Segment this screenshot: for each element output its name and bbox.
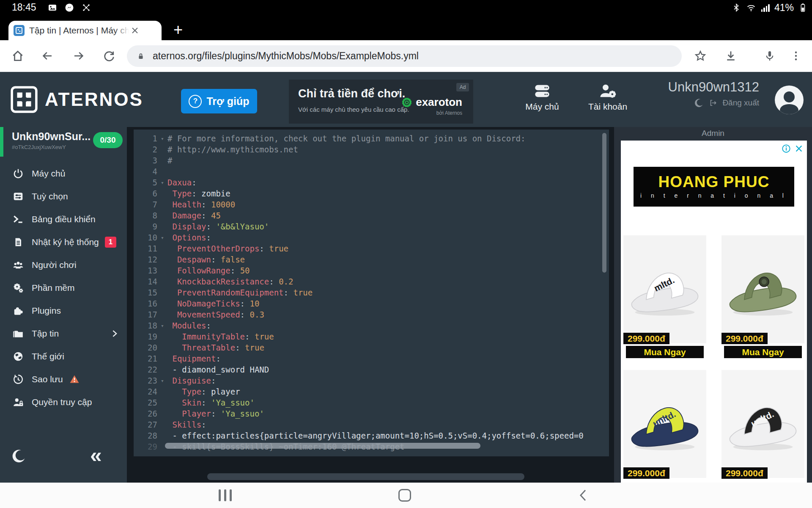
brand-wordmark[interactable]: ATERNOS — [45, 89, 143, 110]
browser-menu-icon[interactable] — [787, 47, 805, 65]
editor-vertical-scrollbar[interactable] — [602, 133, 606, 273]
fold-arrow-icon[interactable]: ▾ — [157, 179, 167, 186]
logout-label[interactable]: Đăng xuất — [722, 98, 759, 108]
sidebar-collapse-icon[interactable]: « — [90, 443, 102, 467]
code-line[interactable]: 27 Skills: — [134, 419, 609, 430]
screen: 18:45 41% Tập tin | Aternos | Máy ch + — [0, 0, 812, 508]
code-text: PreventOtherDrops: true — [167, 244, 288, 253]
fold-arrow-icon[interactable]: ▾ — [157, 135, 167, 142]
sidebar-item-tuy-chon[interactable]: Tuỳ chọn — [0, 185, 127, 208]
sidebar-item-phan-mem[interactable]: Phần mềm — [0, 276, 127, 299]
code-line[interactable]: 8 Damage: 45 — [134, 210, 609, 221]
theme-moon-icon[interactable] — [12, 449, 26, 463]
page-horizontal-scrollbar[interactable] — [207, 473, 524, 480]
sidebar-item-plugins[interactable]: Plugins — [0, 299, 127, 322]
download-icon[interactable] — [721, 47, 740, 65]
code-line[interactable]: 4 — [134, 166, 609, 177]
code-line[interactable]: 25 Skin: 'Ya_ssuo' — [134, 397, 609, 408]
back-icon[interactable] — [38, 47, 57, 65]
code-line[interactable]: 13 FollowRange: 50 — [134, 265, 609, 276]
android-back-icon[interactable] — [579, 489, 588, 502]
ad-iframe[interactable]: HOANG PHUC i n t e r n a t i o n a l mlt… — [621, 141, 807, 483]
buy-now-button[interactable]: Mua Ngay — [724, 346, 802, 358]
code-line[interactable]: 15 PreventRandomEquipment: true — [134, 287, 609, 298]
product-card[interactable]: 299.000đMua Ngay — [721, 235, 804, 358]
tab-title: Tập tin | Aternos | Máy ch — [29, 25, 129, 36]
new-tab-button[interactable]: + — [168, 20, 188, 39]
nav-account[interactable]: Tài khoản — [580, 81, 635, 112]
bookmark-star-icon[interactable] — [691, 47, 710, 65]
code-line[interactable]: 24 Type: player — [134, 386, 609, 397]
sidebar-item-sao-luu[interactable]: Sao lưu — [0, 368, 127, 391]
line-number: 13 — [134, 266, 157, 275]
code-line[interactable]: 20 ThreatTable: true — [134, 342, 609, 353]
code-line[interactable]: 23▾ Disguise: — [134, 375, 609, 386]
code-line[interactable]: 9 Display: '&b&lYasuo' — [134, 221, 609, 232]
code-line[interactable]: 21 Equipment: — [134, 353, 609, 364]
code-line[interactable]: 6 Type: zombie — [134, 188, 609, 199]
code-line[interactable]: 7 Health: 10000 — [134, 199, 609, 210]
home-icon[interactable] — [8, 47, 27, 65]
code-line[interactable]: 1▾# For more information, check out the … — [134, 133, 609, 144]
code-line[interactable]: 19 ImmunityTable: true — [134, 331, 609, 342]
android-home-icon[interactable] — [398, 489, 411, 502]
code-line[interactable]: 17 MovementSpeed: 0.3 — [134, 309, 609, 320]
code-line[interactable]: 22 - diamond_sword HAND — [134, 364, 609, 375]
reload-icon[interactable] — [100, 47, 118, 65]
code-line[interactable]: 16 NoDamageTicks: 10 — [134, 298, 609, 309]
sidebar-item-label: Thế giới — [32, 351, 64, 362]
code-line[interactable]: 3# — [134, 155, 609, 166]
sidebar-item-nguoi-choi[interactable]: Người chơi — [0, 254, 127, 276]
sidebar-item-nhat-ky-he-thong[interactable]: Nhật ký hệ thống1 — [0, 231, 127, 254]
nav-servers[interactable]: Máy chủ — [515, 81, 570, 112]
aternos-logo[interactable] — [10, 86, 38, 113]
voice-search-mic-icon[interactable] — [760, 47, 779, 65]
url-bar[interactable]: aternos.org/files/plugins/MythicMobs/Mob… — [127, 45, 682, 67]
sidebar-item-quyen-truy-cap[interactable]: Quyền truy cập — [0, 391, 127, 414]
hoang-phuc-banner[interactable]: HOANG PHUC i n t e r n a t i o n a l — [634, 167, 794, 207]
code-line[interactable]: 11 PreventOtherDrops: true — [134, 243, 609, 254]
code-line[interactable]: 18▾ Modules: — [134, 320, 609, 331]
code-line[interactable]: 14 KnockbackResistance: 0.2 — [134, 276, 609, 287]
browser-tab[interactable]: Tập tin | Aternos | Máy ch — [8, 21, 162, 40]
yaml-editor[interactable]: 1▾# For more information, check out the … — [134, 130, 609, 456]
code-line[interactable]: 28 - effect:particles{particle=angryVill… — [134, 430, 609, 441]
wifi-icon — [746, 3, 757, 13]
product-card[interactable]: unltd.299.000đ — [721, 370, 804, 478]
code-line[interactable]: 10▾ Options: — [134, 232, 609, 243]
line-number: 12 — [134, 255, 157, 264]
code-text: Skin: 'Ya_ssuo' — [167, 398, 255, 407]
ad-info-icon[interactable] — [782, 144, 791, 153]
product-card[interactable]: unltd.299.000đ — [623, 370, 706, 478]
code-line[interactable]: 5▾Daxua: — [134, 177, 609, 188]
recent-apps-icon[interactable] — [219, 489, 232, 501]
code-line[interactable]: 2# http://www.mythicmobs.net — [134, 144, 609, 155]
sidebar-item-the-gioi[interactable]: Thế giới — [0, 345, 127, 368]
players-count-badge: 0/30 — [93, 132, 123, 148]
dark-mode-moon-icon[interactable] — [694, 98, 704, 108]
logout-icon[interactable] — [709, 99, 717, 107]
product-card[interactable]: mltd.299.000đMua Ngay — [623, 235, 706, 358]
header-ad-banner[interactable]: Chỉ trả tiền để chơi. Với các máy chủ th… — [289, 80, 473, 124]
editor-horizontal-scrollbar[interactable] — [165, 443, 480, 449]
sidebar-item-bang-dieu-khien[interactable]: Bảng điều khiển — [0, 208, 127, 231]
help-button[interactable]: ? Trợ giúp — [181, 89, 257, 113]
buy-now-button[interactable]: Mua Ngay — [626, 346, 704, 358]
forward-icon[interactable] — [69, 47, 88, 65]
code-line[interactable]: 26 Player: 'Ya_ssuo' — [134, 408, 609, 419]
tab-close-icon[interactable] — [131, 26, 139, 35]
code-text: Type: player — [167, 387, 240, 396]
fold-arrow-icon[interactable]: ▾ — [157, 378, 167, 384]
line-number: 1 — [134, 134, 157, 143]
price-badge: 299.000đ — [623, 467, 669, 479]
fold-arrow-icon[interactable]: ▾ — [157, 323, 167, 329]
server-switcher[interactable]: Unkn90wnSur... #oTkC2JuxjXuwXewY 0/30 — [0, 127, 127, 157]
ad-subline: Với các máy chủ theo yêu cầu cao cấp. — [298, 106, 409, 113]
avatar[interactable] — [775, 86, 804, 114]
sidebar-item-tap-tin[interactable]: Tập tin — [0, 322, 127, 345]
sidebar-item-may-chu[interactable]: Máy chủ — [0, 162, 127, 185]
product-image: unltd. — [623, 370, 706, 478]
ad-close-icon[interactable] — [794, 144, 804, 153]
fold-arrow-icon[interactable]: ▾ — [157, 235, 167, 241]
code-line[interactable]: 12 Despawn: false — [134, 254, 609, 265]
